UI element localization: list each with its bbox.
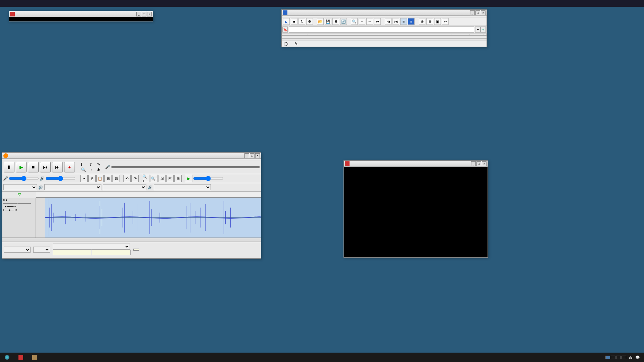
horizontal-scrollbar[interactable]	[2, 238, 261, 242]
multi-tool-icon[interactable]: ✱	[97, 167, 104, 172]
transport-toolbar[interactable]: ⏸ ▶ ■ ⏮ ⏭ ● I 🔍 ⇕ ↔ ✎ ✱ 🎤	[2, 160, 261, 174]
track-menu-icon[interactable]: ▾	[6, 198, 7, 202]
workspace-3[interactable]	[616, 356, 621, 359]
input-device-select[interactable]	[154, 184, 211, 190]
timeshift-tool-icon[interactable]: ↔	[89, 167, 96, 172]
stop-capture-icon[interactable]: ■	[291, 18, 297, 25]
minimize-button[interactable]: _	[470, 10, 475, 15]
selection-toolbar[interactable]	[2, 242, 261, 257]
play-volume-slider[interactable]	[45, 176, 76, 181]
selection-tool-icon[interactable]: I	[81, 162, 88, 167]
col-time[interactable]	[308, 34, 379, 35]
emacs-buffer[interactable]	[344, 167, 488, 253]
workspace-switcher[interactable]	[605, 356, 626, 359]
snap-to-select[interactable]	[33, 247, 50, 253]
pause-button[interactable]: ⏸	[4, 162, 14, 172]
audacity-window[interactable]: _ □ × ⏸ ▶ ■ ⏮ ⏭ ● I 🔍 ⇕ ↔ ✎ ✱ 🎤	[2, 152, 261, 259]
workspace-1[interactable]	[605, 356, 610, 359]
system-tray[interactable]: 🖧 💬	[605, 355, 643, 360]
titlebar[interactable]: _ □ ×	[282, 10, 487, 16]
colorize-icon[interactable]: ≡	[408, 18, 415, 25]
menu-bar[interactable]	[0, 0, 644, 7]
filter-bar[interactable]: 🔖 ▾ +	[282, 26, 487, 34]
emacs-body[interactable]	[344, 167, 488, 257]
zoom-in-icon[interactable]: ⊕	[419, 18, 425, 25]
reload-icon[interactable]: 🔄	[340, 18, 347, 25]
trim-icon[interactable]: ⊟	[104, 175, 112, 182]
notification-icon[interactable]: 💬	[635, 355, 640, 360]
files-launcher[interactable]	[29, 354, 42, 361]
find-icon[interactable]: 🔍	[351, 18, 358, 25]
fit-project-icon[interactable]: ⇱	[166, 175, 174, 182]
record-meter[interactable]	[111, 166, 260, 167]
wireshark-window[interactable]: _ □ × ◣ ■ ↻ ⚙ 📂 💾 ✖ 🔄 🔍 ← → ↦ ⏮ ⏭ ≡ ≡ ⊕ …	[281, 9, 487, 47]
col-len[interactable]	[470, 34, 484, 35]
silence-icon[interactable]: ⊡	[112, 175, 120, 182]
selection-end-input[interactable]	[92, 250, 131, 255]
edit-toolbar[interactable]: 🎤 🔊 ✂ ⎘ 📋 ⊟ ⊡ ↶ ↷ 🔍+ 🔍- ⇲ ⇱ ⊞ ▶	[2, 174, 261, 183]
workspace-2[interactable]	[611, 356, 615, 359]
minimize-button[interactable]: _	[471, 161, 476, 166]
maximize-button[interactable]: □	[142, 12, 146, 16]
col-dest[interactable]	[415, 34, 452, 35]
close-button[interactable]: ×	[147, 12, 152, 16]
maximize-button[interactable]: □	[476, 161, 481, 166]
shark-fin-icon[interactable]: ◣	[283, 18, 290, 25]
titlebar[interactable]: _ □ ×	[9, 11, 153, 17]
jump-icon[interactable]: ↦	[374, 18, 381, 25]
solo-button[interactable]	[17, 203, 31, 204]
stop-button[interactable]: ■	[28, 162, 39, 172]
rec-volume-slider[interactable]	[9, 176, 39, 181]
emacs-window[interactable]: _ □ ×	[343, 160, 488, 258]
paste-icon[interactable]: 📋	[96, 175, 104, 182]
zoom-in-icon[interactable]: 🔍+	[142, 175, 149, 182]
bookmark-icon[interactable]: 🔖	[282, 27, 288, 33]
titlebar[interactable]: _ □ ×	[2, 153, 261, 159]
col-info[interactable]	[484, 34, 487, 35]
save-icon[interactable]: 💾	[325, 18, 331, 25]
next-icon[interactable]: →	[366, 18, 373, 25]
audio-track[interactable]: × ▾ - ●━━━━ + L ━━●━━ R	[2, 198, 261, 238]
mute-button[interactable]	[3, 203, 17, 204]
zoom-tool-icon[interactable]: 🔍	[81, 167, 88, 172]
skip-end-button[interactable]: ⏭	[52, 162, 63, 172]
minimize-button[interactable]: _	[244, 153, 249, 158]
draw-tool-icon[interactable]: ✎	[97, 162, 104, 167]
network-icon[interactable]: 🖧	[629, 355, 633, 359]
envelope-tool-icon[interactable]: ⇕	[89, 162, 96, 167]
terminal-body[interactable]	[9, 17, 153, 21]
cut-icon[interactable]: ✂	[80, 175, 88, 182]
zoom-out-icon[interactable]: ⊖	[426, 18, 433, 25]
fit-selection-icon[interactable]: ⇲	[158, 175, 166, 182]
workspace-4[interactable]	[622, 356, 626, 359]
pin-icon[interactable]: ▽	[18, 192, 21, 197]
maximize-button[interactable]: □	[475, 10, 480, 15]
col-source[interactable]	[379, 34, 415, 35]
maximize-button[interactable]: □	[250, 153, 255, 158]
resize-cols-icon[interactable]: ⇔	[442, 18, 449, 25]
restart-capture-icon[interactable]: ↻	[298, 18, 305, 25]
last-icon[interactable]: ⏭	[393, 18, 399, 25]
play-button[interactable]: ▶	[16, 162, 27, 172]
options-icon[interactable]: ⚙	[306, 18, 313, 25]
selection-mode-select[interactable]	[53, 244, 130, 250]
terminal-launcher[interactable]	[15, 354, 28, 361]
first-icon[interactable]: ⏮	[385, 18, 392, 25]
minimize-button[interactable]: _	[136, 12, 141, 16]
titlebar[interactable]: _ □ ×	[344, 161, 488, 167]
close-button[interactable]: ×	[481, 10, 486, 15]
zoom-toggle-icon[interactable]: ⊞	[174, 175, 182, 182]
undo-icon[interactable]: ↶	[123, 175, 131, 182]
close-file-icon[interactable]: ✖	[332, 18, 339, 25]
audio-host-select[interactable]	[3, 184, 37, 190]
zoom-out-icon[interactable]: 🔍-	[150, 175, 157, 182]
selection-start-input[interactable]	[53, 250, 91, 255]
start-menu-button[interactable]	[1, 354, 14, 361]
record-button[interactable]: ●	[64, 162, 75, 172]
packet-detail[interactable]	[282, 35, 487, 39]
track-close-icon[interactable]: ×	[3, 198, 5, 202]
project-rate-select[interactable]	[4, 247, 31, 253]
toolbar[interactable]: ◣ ■ ↻ ⚙ 📂 💾 ✖ 🔄 🔍 ← → ↦ ⏮ ⏭ ≡ ≡ ⊕ ⊖ ▣ ⇔	[282, 17, 487, 26]
copy-icon[interactable]: ⎘	[88, 175, 96, 182]
close-button[interactable]: ×	[482, 161, 487, 166]
